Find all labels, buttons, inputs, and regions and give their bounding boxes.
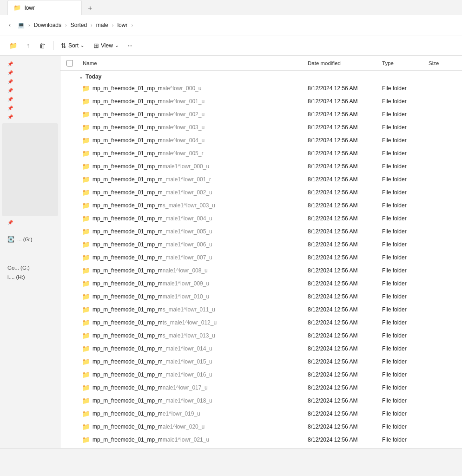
tab-active[interactable]: 📁 lowr bbox=[7, 0, 82, 15]
header-check[interactable] bbox=[60, 60, 79, 66]
sidebar-item-pin-3[interactable]: 📌 bbox=[2, 77, 58, 86]
folder-icon-7: 📁 bbox=[82, 176, 90, 183]
file-name-container-15: 📁 mp_m_freemode_01_mp_mmale1^lowr_009_u bbox=[79, 280, 304, 287]
file-rows: 📁 mp_m_freemode_01_mp_male^lowr_000_u 8/… bbox=[60, 82, 462, 448]
sidebar-item-go-g[interactable]: Go... (G:) bbox=[2, 263, 58, 272]
breadcrumb-item-lowr[interactable]: lowr bbox=[115, 21, 129, 29]
file-date-27: 8/12/2024 12:56 AM bbox=[304, 436, 378, 443]
delete-button[interactable]: 🗑 bbox=[35, 38, 49, 53]
table-row[interactable]: 📁 mp_m_freemode_01_mp_m_male1^lowr_007_u… bbox=[60, 251, 462, 264]
folder-icon-14: 📁 bbox=[82, 267, 90, 274]
file-name-container-18: 📁 mp_m_freemode_01_mp_mts_male1^lowr_012… bbox=[79, 319, 304, 326]
table-row[interactable]: 📁 mp_m_freemode_01_mp_m_male1^lowr_001_r… bbox=[60, 173, 462, 186]
file-name-27: mp_m_freemode_01_mp_mmale1^lowr_021_u bbox=[90, 436, 304, 443]
table-row[interactable]: 📁 mp_m_freemode_01_mp_mmale1^lowr_009_u … bbox=[60, 277, 462, 290]
table-row[interactable]: 📁 mp_m_freemode_01_mp_nmale^lowr_002_u 8… bbox=[60, 108, 462, 121]
table-row[interactable]: 📁 mp_m_freemode_01_mp_m_male1^lowr_018_u… bbox=[60, 394, 462, 407]
sidebar-item-pin-1[interactable]: 📌 bbox=[2, 60, 58, 68]
pin-icon-1: 📌 bbox=[7, 61, 13, 66]
file-type-16: File folder bbox=[378, 293, 425, 300]
table-row[interactable]: 📁 mp_m_freemode_01_mp_mnale^lowr_004_u 8… bbox=[60, 134, 462, 147]
file-name-container-19: 📁 mp_m_freemode_01_mp_ms_male1^lowr_013_… bbox=[79, 332, 304, 339]
file-date-16: 8/12/2024 12:56 AM bbox=[304, 293, 378, 300]
table-row[interactable]: 📁 mp_m_freemode_01_mp_ms_male1^lowr_013_… bbox=[60, 329, 462, 342]
table-row[interactable]: 📁 mp_m_freemode_01_mp_m_male1^lowr_014_u… bbox=[60, 342, 462, 355]
sidebar-item-pin-6[interactable]: 📌 bbox=[2, 104, 58, 112]
table-row[interactable]: 📁 mp_m_freemode_01_mp_mnale^lowr_005_r 8… bbox=[60, 147, 462, 160]
table-row[interactable]: 📁 mp_m_freemode_01_mp_ms_male1^lowr_011_… bbox=[60, 303, 462, 316]
folder-icon-24: 📁 bbox=[82, 397, 90, 404]
breadcrumb-item-computer[interactable]: 💻 bbox=[16, 21, 26, 29]
file-name-container-9: 📁 mp_m_freemode_01_mp_ms_male1^lowr_003_… bbox=[79, 202, 304, 209]
table-row[interactable]: 📁 mp_m_freemode_01_mp_m_male1^lowr_002_u… bbox=[60, 186, 462, 199]
file-type-4: File folder bbox=[378, 137, 425, 144]
sort-button[interactable]: ⇅ Sort ⌄ bbox=[57, 38, 88, 53]
file-type-22: File folder bbox=[378, 371, 425, 378]
sidebar-item-pin-4[interactable]: 📌 bbox=[2, 86, 58, 95]
table-row[interactable]: 📁 mp_m_freemode_01_mp_mmale1^lowr_000_u … bbox=[60, 160, 462, 173]
sidebar-item-go-h[interactable]: i.... (H:) bbox=[2, 272, 58, 282]
table-row[interactable]: 📁 mp_m_freemode_01_mp_m_male1^lowr_004_u… bbox=[60, 212, 462, 225]
share-icon: ↑ bbox=[26, 42, 30, 49]
sidebar-item-pin-8[interactable]: 📌 bbox=[2, 218, 58, 227]
new-folder-button[interactable]: 📁 bbox=[6, 38, 21, 53]
folder-icon-0: 📁 bbox=[82, 85, 90, 92]
table-row[interactable]: 📁 mp_m_freemode_01_mp_ms_male1^lowr_003_… bbox=[60, 199, 462, 212]
column-type[interactable]: Type bbox=[378, 60, 425, 66]
file-date-7: 8/12/2024 12:56 AM bbox=[304, 176, 378, 183]
file-name-container-3: 📁 mp_m_freemode_01_mp_nmale^lowr_003_u bbox=[79, 124, 304, 131]
table-row[interactable]: 📁 mp_m_freemode_01_mp_m_nale1^lowr_022_u… bbox=[60, 446, 462, 448]
folder-icon-17: 📁 bbox=[82, 306, 90, 313]
table-row[interactable]: 📁 mp_m_freemode_01_mp_m_male1^lowr_016_u… bbox=[60, 368, 462, 381]
file-list-header: Name Date modified Type Size bbox=[60, 56, 462, 71]
table-row[interactable]: 📁 mp_m_freemode_01_mp_male1^lowr_020_u 8… bbox=[60, 420, 462, 433]
sidebar-item-pin-5[interactable]: 📌 bbox=[2, 95, 58, 104]
sidebar-item-drive-g[interactable]: 💽 ... (G:) bbox=[2, 234, 58, 245]
column-date[interactable]: Date modified bbox=[304, 60, 378, 66]
file-date-13: 8/12/2024 12:56 AM bbox=[304, 254, 378, 261]
table-row[interactable]: 📁 mp_m_freemode_01_mp_me1^lowr_019_u 8/1… bbox=[60, 407, 462, 420]
sidebar-item-pin-7[interactable]: 📌 bbox=[2, 112, 58, 121]
column-size[interactable]: Size bbox=[425, 60, 462, 66]
table-row[interactable]: 📁 mp_m_freemode_01_mp_male^lowr_000_u 8/… bbox=[60, 82, 462, 95]
breadcrumb-item-downloads[interactable]: Downloads bbox=[32, 21, 63, 29]
select-all-checkbox[interactable] bbox=[66, 60, 73, 66]
breadcrumb-item-male[interactable]: male bbox=[94, 21, 110, 29]
file-name-container-5: 📁 mp_m_freemode_01_mp_mnale^lowr_005_r bbox=[79, 150, 304, 157]
file-date-19: 8/12/2024 12:56 AM bbox=[304, 332, 378, 339]
table-row[interactable]: 📁 mp_m_freemode_01_mp_mnale1^lowr_017_u … bbox=[60, 381, 462, 394]
pin-icon-6: 📌 bbox=[7, 106, 13, 111]
folder-icon: 📁 bbox=[13, 4, 21, 11]
table-row[interactable]: 📁 mp_m_freemode_01_mp_mnale1^lowr_008_u … bbox=[60, 264, 462, 277]
file-name-container-0: 📁 mp_m_freemode_01_mp_male^lowr_000_u bbox=[79, 85, 304, 92]
group-header-today[interactable]: ⌄ Today bbox=[60, 71, 462, 82]
file-name-4: mp_m_freemode_01_mp_mnale^lowr_004_u bbox=[90, 137, 304, 144]
table-row[interactable]: 📁 mp_m_freemode_01_mp_nmale^lowr_003_u 8… bbox=[60, 121, 462, 134]
file-date-11: 8/12/2024 12:56 AM bbox=[304, 228, 378, 235]
table-row[interactable]: 📁 mp_m_freemode_01_mp_mmale1^lowr_010_u … bbox=[60, 290, 462, 303]
file-date-22: 8/12/2024 12:56 AM bbox=[304, 371, 378, 378]
column-name[interactable]: Name bbox=[79, 60, 304, 66]
table-row[interactable]: 📁 mp_m_freemode_01_mp_mmale1^lowr_021_u … bbox=[60, 433, 462, 446]
table-row[interactable]: 📁 mp_m_freemode_01_mp_m_male1^lowr_015_u… bbox=[60, 355, 462, 368]
breadcrumb-item-sorted[interactable]: Sorted bbox=[69, 21, 89, 29]
file-type-2: File folder bbox=[378, 111, 425, 118]
table-row[interactable]: 📁 mp_m_freemode_01_mp_mts_male1^lowr_012… bbox=[60, 316, 462, 329]
sidebar: 📌 📌 📌 📌 📌 📌 📌 📌 💽 ... (G:) bbox=[0, 56, 60, 448]
new-tab-button[interactable]: + bbox=[84, 2, 97, 15]
view-button[interactable]: ⊞ View ⌄ bbox=[90, 38, 122, 53]
file-type-11: File folder bbox=[378, 228, 425, 235]
folder-icon-15: 📁 bbox=[82, 280, 90, 287]
table-row[interactable]: 📁 mp_m_freemode_01_mp_m_male1^lowr_006_u… bbox=[60, 238, 462, 251]
table-row[interactable]: 📁 mp_m_freemode_01_mp_m_male1^lowr_005_u… bbox=[60, 225, 462, 238]
sidebar-item-pin-2[interactable]: 📌 bbox=[2, 68, 58, 77]
more-button[interactable]: ··· bbox=[124, 38, 136, 53]
file-name-container-17: 📁 mp_m_freemode_01_mp_ms_male1^lowr_011_… bbox=[79, 306, 304, 313]
folder-icon-26: 📁 bbox=[82, 423, 90, 430]
file-name-container-2: 📁 mp_m_freemode_01_mp_nmale^lowr_002_u bbox=[79, 111, 304, 118]
back-button[interactable]: ‹ bbox=[6, 21, 14, 29]
table-row[interactable]: 📁 mp_m_freemode_01_mp_mnale^lowr_001_u 8… bbox=[60, 95, 462, 108]
folder-icon-18: 📁 bbox=[82, 319, 90, 326]
share-button[interactable]: ↑ bbox=[23, 38, 33, 53]
sort-chevron-icon: ⌄ bbox=[80, 43, 84, 48]
